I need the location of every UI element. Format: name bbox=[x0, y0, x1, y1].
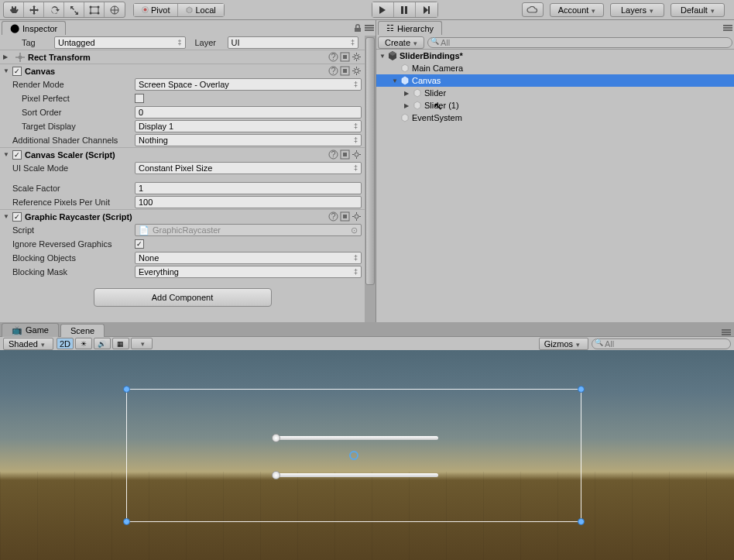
layer-dropdown[interactable]: UI bbox=[228, 36, 359, 49]
pause-button[interactable] bbox=[394, 2, 416, 17]
resize-handle-tl[interactable] bbox=[123, 386, 130, 393]
foldout-icon[interactable] bbox=[404, 90, 412, 97]
target-display-value: Display 1 bbox=[139, 122, 173, 131]
rotate-tool[interactable] bbox=[44, 2, 64, 17]
lighting-toggle[interactable]: ☀ bbox=[75, 338, 92, 349]
2d-toggle[interactable]: 2D bbox=[57, 338, 74, 349]
inspector-tab[interactable]: ⬤ Inspector bbox=[2, 21, 66, 35]
preset-icon[interactable] bbox=[340, 52, 350, 62]
rect-transform-header[interactable]: ▶ Rect Transform ? bbox=[0, 50, 365, 64]
tag-dropdown[interactable]: Untagged bbox=[54, 36, 186, 49]
move-tool[interactable] bbox=[24, 2, 44, 17]
additional-channels-dropdown[interactable]: Nothing bbox=[135, 134, 362, 146]
hierarchy-item[interactable]: Slider bbox=[376, 87, 734, 99]
blocking-mask-dropdown[interactable]: Everything bbox=[135, 266, 362, 278]
target-display-label: Target Display bbox=[3, 122, 135, 131]
hierarchy-item[interactable]: EventSystem bbox=[376, 112, 734, 124]
scene-viewport[interactable] bbox=[0, 350, 734, 560]
slider-track-1[interactable] bbox=[276, 436, 438, 440]
cloud-button[interactable] bbox=[522, 2, 544, 17]
lock-icon[interactable] bbox=[354, 24, 362, 33]
scene-tab[interactable]: Scene bbox=[60, 324, 105, 337]
foldout-icon[interactable] bbox=[392, 77, 400, 84]
rect-tool[interactable] bbox=[84, 2, 105, 17]
game-tab[interactable]: 📺Game bbox=[2, 323, 59, 337]
pivot-toggle[interactable]: Pivot bbox=[134, 4, 178, 16]
canvas-selection-rect[interactable] bbox=[126, 389, 581, 522]
ref-pixels-input[interactable]: 100 bbox=[135, 196, 362, 208]
slider-handle-2[interactable] bbox=[272, 471, 280, 479]
canvas-enable-checkbox[interactable]: ✓ bbox=[12, 67, 22, 76]
blocking-objects-dropdown[interactable]: None bbox=[135, 252, 362, 264]
target-display-dropdown[interactable]: Display 1 bbox=[135, 120, 362, 132]
account-dropdown[interactable]: Account bbox=[550, 3, 604, 17]
create-dropdown[interactable]: Create bbox=[378, 36, 424, 49]
slider-handle-1[interactable] bbox=[272, 434, 280, 442]
scale-factor-input[interactable]: 1 bbox=[135, 182, 362, 194]
hierarchy-item[interactable]: Slider (1) bbox=[376, 99, 734, 112]
foldout-icon[interactable]: ▶ bbox=[3, 53, 11, 61]
slider-track-2[interactable] bbox=[276, 473, 438, 477]
panel-menu-icon[interactable] bbox=[365, 24, 374, 32]
shaded-dropdown[interactable]: Shaded bbox=[3, 338, 53, 350]
gizmo-visibility[interactable] bbox=[131, 338, 153, 349]
play-button[interactable] bbox=[372, 2, 394, 17]
layers-dropdown[interactable]: Layers bbox=[610, 3, 664, 17]
preset-icon[interactable] bbox=[340, 211, 350, 222]
audio-toggle[interactable]: 🔊 bbox=[94, 338, 111, 349]
ui-scale-mode-dropdown[interactable]: Constant Pixel Size bbox=[135, 162, 362, 174]
resize-handle-tr[interactable] bbox=[578, 386, 585, 393]
scene-search[interactable]: All bbox=[592, 338, 731, 349]
hand-tool[interactable] bbox=[4, 2, 24, 17]
help-icon[interactable]: ? bbox=[328, 149, 338, 160]
help-icon[interactable]: ? bbox=[328, 211, 338, 222]
foldout-icon[interactable] bbox=[404, 102, 412, 109]
scale-factor-value: 1 bbox=[139, 184, 143, 193]
hierarchy-body: SliderBindings* Main CameraCanvasSliderS… bbox=[376, 50, 734, 322]
help-icon[interactable]: ? bbox=[328, 52, 338, 62]
hierarchy-search[interactable]: All bbox=[427, 37, 732, 48]
panel-menu-icon[interactable] bbox=[722, 328, 731, 336]
foldout-icon[interactable] bbox=[379, 53, 387, 60]
gear-icon[interactable] bbox=[352, 52, 362, 62]
step-button[interactable] bbox=[416, 2, 437, 17]
gizmos-dropdown[interactable]: Gizmos bbox=[539, 338, 588, 350]
hierarchy-item[interactable]: Main Camera bbox=[376, 62, 734, 74]
local-toggle[interactable]: Local bbox=[178, 4, 223, 16]
scale-tool[interactable] bbox=[64, 2, 84, 17]
preset-icon[interactable] bbox=[340, 149, 350, 160]
gear-icon[interactable] bbox=[352, 66, 362, 76]
fx-toggle[interactable]: ▦ bbox=[112, 338, 129, 349]
hierarchy-item[interactable]: Canvas bbox=[376, 74, 734, 87]
scale-factor-label: Scale Factor bbox=[3, 184, 135, 193]
layout-dropdown[interactable]: Default bbox=[671, 3, 725, 17]
svg-rect-10 bbox=[428, 6, 430, 14]
add-component-button[interactable]: Add Component bbox=[94, 288, 272, 307]
gear-icon[interactable] bbox=[352, 149, 362, 160]
canvas-header[interactable]: ▼ ✓ Canvas ? bbox=[0, 64, 365, 77]
gear-icon[interactable] bbox=[352, 211, 362, 222]
sort-order-input[interactable]: 0 bbox=[135, 106, 362, 119]
preset-icon[interactable] bbox=[340, 66, 350, 76]
resize-handle-bl[interactable] bbox=[123, 518, 130, 525]
canvas-scaler-enable-checkbox[interactable]: ✓ bbox=[12, 150, 22, 160]
scrollbar-thumb[interactable] bbox=[365, 37, 375, 285]
transform-tool[interactable] bbox=[105, 2, 125, 17]
hierarchy-tab[interactable]: ☷ Hierarchy bbox=[378, 21, 442, 35]
graphic-raycaster-header[interactable]: ▼ ✓ Graphic Raycaster (Script) ? bbox=[0, 209, 365, 223]
foldout-icon[interactable]: ▼ bbox=[3, 67, 11, 75]
ignore-reversed-checkbox[interactable]: ✓ bbox=[135, 239, 144, 249]
inspector-scrollbar[interactable] bbox=[365, 36, 376, 322]
resize-handle-br[interactable] bbox=[578, 518, 585, 525]
canvas-scaler-header[interactable]: ▼ ✓ Canvas Scaler (Script) ? bbox=[0, 147, 365, 161]
help-icon[interactable]: ? bbox=[328, 66, 338, 76]
foldout-icon[interactable]: ▼ bbox=[3, 213, 11, 221]
hierarchy-item-label: EventSystem bbox=[412, 113, 462, 122]
svg-point-4 bbox=[97, 12, 99, 14]
graphic-raycaster-enable-checkbox[interactable]: ✓ bbox=[12, 212, 22, 222]
panel-menu-icon[interactable] bbox=[723, 24, 732, 32]
render-mode-dropdown[interactable]: Screen Space - Overlay bbox=[135, 78, 362, 91]
pixel-perfect-checkbox[interactable] bbox=[135, 94, 144, 103]
foldout-icon[interactable]: ▼ bbox=[3, 151, 11, 159]
scene-row[interactable]: SliderBindings* bbox=[376, 50, 734, 62]
